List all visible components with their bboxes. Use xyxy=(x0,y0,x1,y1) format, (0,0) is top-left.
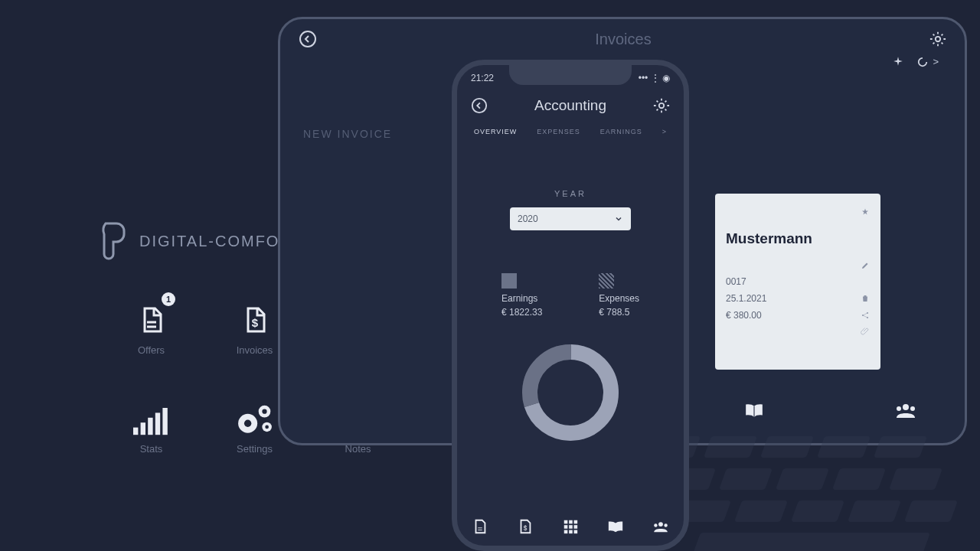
svg-point-42 xyxy=(655,523,658,527)
phone-title: Accounting xyxy=(534,97,606,114)
nav-invoices-icon[interactable]: $ xyxy=(517,518,534,535)
document-icon xyxy=(138,303,165,337)
app-offers[interactable]: 1 Offers xyxy=(100,298,203,356)
tablet-title: Invoices xyxy=(595,31,651,48)
svg-rect-39 xyxy=(569,530,573,534)
svg-point-17 xyxy=(265,425,269,429)
star-icon xyxy=(861,207,870,217)
invoice-number: 0017 xyxy=(726,276,746,287)
attachment-icon[interactable] xyxy=(861,327,870,336)
legend-expenses-label: Expenses xyxy=(599,293,639,304)
phone-notch xyxy=(509,65,632,85)
offers-badge: 1 xyxy=(162,292,175,306)
app-invoices-label: Invoices xyxy=(237,344,273,356)
svg-rect-9 xyxy=(148,418,152,435)
svg-point-29 xyxy=(659,103,664,108)
year-select[interactable]: 2020 xyxy=(510,207,631,230)
svg-rect-36 xyxy=(569,525,573,529)
donut-chart xyxy=(517,339,624,446)
svg-point-41 xyxy=(658,522,663,527)
svg-rect-32 xyxy=(564,520,568,524)
people-icon[interactable] xyxy=(894,402,917,419)
year-value: 2020 xyxy=(518,214,538,224)
gear-icon[interactable] xyxy=(929,31,946,47)
phone-frame: 21:22 ••• ⋮ ◉ Accounting OVERVIEW EXPENS… xyxy=(452,60,689,551)
svg-rect-40 xyxy=(574,530,578,534)
nav-grid-icon[interactable] xyxy=(562,518,579,535)
app-stats[interactable]: Stats xyxy=(100,397,203,455)
legend-expenses-value: € 788.5 xyxy=(599,307,629,318)
app-offers-label: Offers xyxy=(138,344,165,356)
svg-point-27 xyxy=(910,406,915,411)
tablet-loading-icon: > xyxy=(917,56,939,67)
svg-rect-37 xyxy=(574,525,578,529)
svg-rect-8 xyxy=(140,422,145,435)
svg-point-28 xyxy=(472,99,486,112)
download-icon[interactable] xyxy=(861,277,870,286)
app-stats-label: Stats xyxy=(140,443,163,455)
back-icon[interactable] xyxy=(471,97,488,114)
svg-rect-34 xyxy=(574,520,578,524)
phone-bottom-nav: $ xyxy=(457,518,684,535)
legend-earnings-label: Earnings xyxy=(501,293,537,304)
status-indicators-icon: ••• ⋮ ◉ xyxy=(639,73,670,83)
svg-rect-35 xyxy=(564,525,568,529)
svg-point-22 xyxy=(862,315,864,316)
svg-rect-7 xyxy=(133,428,138,435)
svg-rect-33 xyxy=(569,520,573,524)
share-icon[interactable] xyxy=(861,311,870,320)
svg-point-15 xyxy=(262,409,266,414)
nav-book-icon[interactable] xyxy=(607,518,624,535)
new-invoice-heading: NEW INVOICE xyxy=(303,128,392,140)
invoice-client-name: Mustermann xyxy=(726,230,870,247)
edit-icon[interactable] xyxy=(861,261,870,270)
svg-rect-38 xyxy=(564,530,568,534)
svg-point-24 xyxy=(867,317,868,318)
invoice-date: 25.1.2021 xyxy=(726,293,766,304)
nav-offers-icon[interactable] xyxy=(472,518,488,535)
gear-icon[interactable] xyxy=(653,97,670,114)
back-icon[interactable] xyxy=(299,30,317,48)
svg-point-23 xyxy=(867,312,868,314)
invoice-amount: € 380.00 xyxy=(726,310,762,321)
gears-icon xyxy=(236,402,274,435)
legend-earnings-value: € 1822.33 xyxy=(501,307,542,318)
brand-logo-icon xyxy=(90,220,127,262)
year-label: YEAR xyxy=(457,189,684,198)
tab-expenses[interactable]: EXPENSES xyxy=(537,128,580,135)
phone-tabs: OVERVIEW EXPENSES EARNINGS > xyxy=(457,119,684,135)
bars-icon xyxy=(133,405,170,435)
status-time: 21:22 xyxy=(471,73,494,83)
app-settings-label: Settings xyxy=(237,443,273,455)
svg-rect-10 xyxy=(155,412,159,435)
invoice-icon: $ xyxy=(241,303,269,337)
svg-point-26 xyxy=(897,406,901,411)
svg-point-13 xyxy=(243,420,250,427)
svg-point-20 xyxy=(300,31,315,47)
chevron-down-icon xyxy=(614,214,623,223)
svg-rect-11 xyxy=(162,408,167,435)
svg-point-21 xyxy=(936,37,940,41)
svg-text:$: $ xyxy=(251,316,258,329)
tab-more[interactable]: > xyxy=(662,128,667,135)
chart-legend: Earnings € 1822.33 Expenses € 788.5 xyxy=(457,273,684,318)
tab-earnings[interactable]: EARNINGS xyxy=(600,128,642,135)
tab-overview[interactable]: OVERVIEW xyxy=(474,128,517,135)
invoice-detail-card[interactable]: Mustermann 0017 25.1.2021 € 380.00 xyxy=(715,194,880,370)
sparkle-icon[interactable] xyxy=(893,56,903,67)
svg-text:$: $ xyxy=(523,525,527,532)
svg-point-43 xyxy=(665,523,668,527)
keyboard-silhouette xyxy=(651,436,980,551)
book-open-icon[interactable] xyxy=(744,402,764,419)
nav-people-icon[interactable] xyxy=(652,518,669,535)
trash-icon[interactable] xyxy=(861,294,870,303)
svg-point-25 xyxy=(903,404,909,410)
